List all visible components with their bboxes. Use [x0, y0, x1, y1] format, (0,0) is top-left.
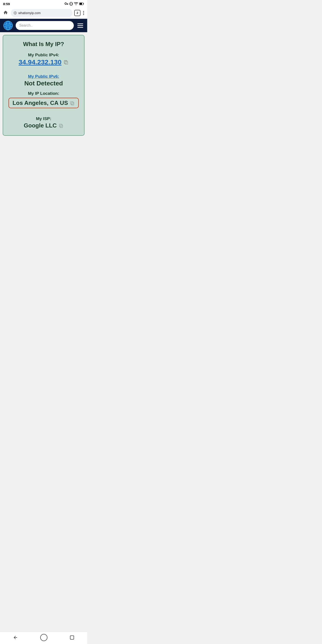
svg-rect-13	[64, 60, 67, 64]
copy-ipv4-icon[interactable]	[63, 60, 69, 65]
status-bar: 8:59	[0, 0, 87, 7]
more-dot-3	[83, 14, 84, 15]
location-label: My IP Location:	[8, 91, 80, 96]
status-icons	[64, 2, 84, 6]
search-placeholder: Search..	[19, 24, 33, 28]
site-header: Search..	[0, 19, 87, 32]
svg-rect-5	[80, 3, 82, 5]
ipv6-link[interactable]: IPv6	[49, 74, 58, 79]
hamburger-line-3	[77, 27, 83, 28]
card-title: What Is My IP?	[8, 41, 80, 48]
hamburger-menu[interactable]	[76, 22, 84, 28]
hamburger-line-1	[77, 24, 83, 24]
site-logo	[3, 20, 13, 30]
isp-value: Google LLC	[24, 122, 63, 129]
svg-rect-17	[59, 124, 62, 127]
search-bar[interactable]: Search..	[16, 21, 74, 30]
svg-rect-15	[71, 101, 73, 104]
ipv6-label: My Public IPv6:	[8, 74, 80, 79]
url-bar[interactable]: whatismyip.com	[11, 9, 72, 17]
hamburger-line-2	[77, 25, 83, 26]
more-menu-button[interactable]	[82, 10, 85, 16]
browser-bar: whatismyip.com 2	[0, 7, 87, 19]
svg-rect-16	[60, 125, 62, 128]
main-content: What Is My IP? My Public IPv4: 34.94.232…	[0, 32, 87, 166]
svg-rect-12	[65, 61, 68, 64]
empty-content-area	[3, 136, 84, 158]
wifi-icon	[74, 2, 78, 5]
more-dot-1	[83, 11, 84, 12]
ipv6-label-prefix: My Public	[28, 74, 49, 79]
svg-rect-2	[72, 3, 73, 5]
key-icon	[64, 2, 68, 5]
location-value: Los Angeles, CA US	[12, 100, 68, 106]
more-dot-2	[83, 12, 84, 14]
home-button[interactable]	[2, 9, 9, 17]
svg-rect-4	[84, 3, 84, 4]
url-text: whatismyip.com	[18, 11, 41, 15]
status-time: 8:59	[3, 2, 10, 6]
ip-info-card: What Is My IP? My Public IPv4: 34.94.232…	[3, 35, 84, 136]
svg-point-11	[7, 24, 10, 27]
ipv4-label: My Public IPv4:	[8, 52, 80, 58]
ipv4-address: 34.94.232.130	[18, 58, 62, 66]
svg-rect-1	[70, 3, 70, 5]
ipv4-value[interactable]: 34.94.232.130	[18, 58, 69, 66]
vibrate-icon	[69, 2, 73, 6]
battery-icon	[79, 2, 84, 5]
isp-name: Google LLC	[24, 122, 56, 129]
home-icon	[3, 10, 8, 15]
svg-rect-0	[70, 2, 72, 5]
copy-location-icon[interactable]	[70, 100, 75, 106]
location-value-wrap: Los Angeles, CA US	[8, 98, 79, 108]
tab-count-badge[interactable]: 2	[74, 10, 80, 16]
ipv6-not-detected: Not Detected	[8, 80, 80, 87]
svg-rect-14	[71, 102, 74, 105]
ipv6-label-suffix: :	[58, 74, 59, 79]
copy-isp-icon[interactable]	[58, 123, 64, 128]
site-info-icon	[14, 11, 17, 15]
isp-label: My ISP:	[8, 116, 80, 121]
